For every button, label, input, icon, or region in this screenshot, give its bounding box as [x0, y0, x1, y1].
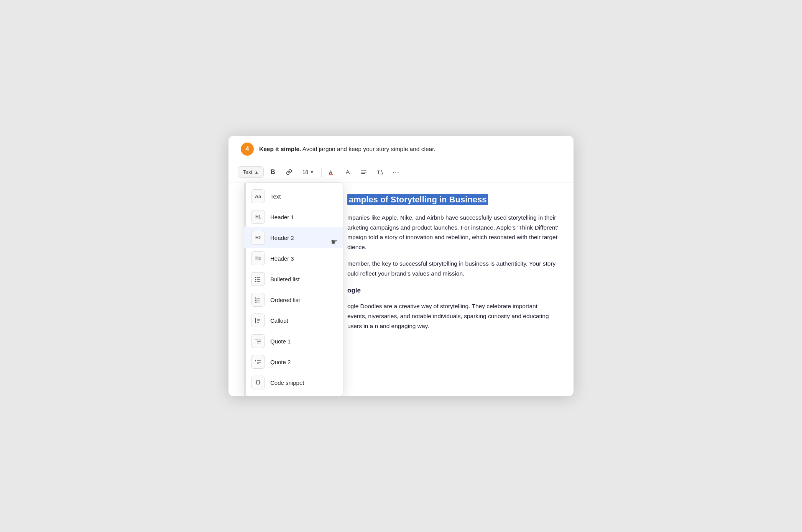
- tip-badge: 4: [241, 143, 254, 156]
- app-window: 4 Keep it simple. Avoid jargon and keep …: [228, 136, 574, 396]
- dropdown-callout-label: Callout: [270, 317, 288, 324]
- editor-content: amples of Storytelling in Business mpani…: [347, 193, 558, 371]
- highlight-icon: [344, 169, 351, 176]
- dropdown-item-code[interactable]: {} Code snippet: [244, 372, 343, 393]
- svg-text:3.: 3.: [255, 300, 257, 303]
- quote1-svg: ": [254, 337, 262, 345]
- dropdown-ordered-label: Ordered list: [270, 297, 300, 303]
- more-button[interactable]: ···: [389, 165, 403, 179]
- dropdown-item-callout[interactable]: Callout: [244, 310, 343, 331]
- tip-bold: Keep it simple.: [259, 146, 301, 152]
- svg-point-9: [255, 277, 256, 278]
- bold-button[interactable]: B: [266, 165, 280, 179]
- svg-point-13: [255, 281, 256, 282]
- dropdown-item-header2[interactable]: H2 Header 2 ☛: [244, 227, 343, 248]
- toolbar: Text ▲ B 18 ▼ A: [228, 162, 574, 182]
- callout-svg: [254, 317, 262, 324]
- clear-format-icon: T: [376, 169, 383, 176]
- highlighted-text: amples of Storytelling in Business: [347, 194, 488, 205]
- highlight-button[interactable]: [341, 165, 355, 179]
- quote2-svg: ': [254, 358, 262, 366]
- link-button[interactable]: [282, 165, 296, 179]
- dropdown-code-label: Code snippet: [270, 379, 304, 386]
- dropdown-quote1-label: Quote 1: [270, 338, 291, 345]
- font-color-icon: A: [328, 169, 335, 176]
- dropdown-header3-label: Header 3: [270, 255, 294, 262]
- dropdown-item-ordered-list[interactable]: 1. 2. 3. Ordered list: [244, 289, 343, 310]
- ordered-list-icon: 1. 2. 3.: [251, 293, 265, 307]
- clear-format-button[interactable]: T: [373, 165, 387, 179]
- quote2-icon: ': [251, 355, 265, 369]
- text-type-button[interactable]: Text ▲: [238, 166, 264, 178]
- svg-text:': ': [255, 359, 256, 365]
- header3-icon: H3: [251, 251, 265, 265]
- dropdown-item-quote2[interactable]: ' Quote 2: [244, 351, 343, 372]
- dropdown-bulleted-label: Bulleted list: [270, 276, 300, 282]
- chevron-down-icon: ▲: [255, 170, 259, 174]
- font-size-button[interactable]: 18 ▼: [298, 166, 318, 178]
- ordered-list-svg: 1. 2. 3.: [254, 296, 262, 304]
- dropdown-item-bulleted-list[interactable]: Bulleted list: [244, 269, 343, 289]
- dropdown-header2-label: Header 2: [270, 235, 294, 241]
- dropdown-panel: Aa Text H1 Header 1 H2 Header 2 ☛ H3 Hea…: [244, 182, 343, 396]
- text-icon: Aa: [251, 189, 265, 203]
- svg-rect-1: [329, 174, 333, 175]
- dropdown-quote2-label: Quote 2: [270, 359, 291, 365]
- code-icon: {}: [251, 376, 265, 389]
- font-size-chevron-icon: ▼: [310, 170, 314, 174]
- editor-paragraph-1: mpanies like Apple, Nike, and Airbnb hav…: [347, 213, 558, 252]
- content-area: Aa Text H1 Header 1 H2 Header 2 ☛ H3 Hea…: [228, 182, 574, 382]
- editor-paragraph-2: member, the key to successful storytelli…: [347, 259, 558, 278]
- dropdown-accent: [244, 183, 246, 396]
- text-type-label: Text: [243, 169, 253, 175]
- align-button[interactable]: [357, 165, 371, 179]
- header1-icon: H1: [251, 210, 265, 224]
- cursor-hand-icon: ☛: [331, 237, 338, 246]
- font-size-value: 18: [302, 169, 309, 175]
- link-icon: [286, 169, 293, 176]
- dropdown-header1-label: Header 1: [270, 214, 294, 220]
- svg-point-11: [255, 279, 256, 280]
- editor-paragraph-3: ogle Doodles are a creative way of story…: [347, 301, 558, 331]
- tip-text: Keep it simple. Avoid jargon and keep yo…: [259, 145, 436, 153]
- svg-text:T: T: [377, 169, 380, 174]
- quote1-icon: ": [251, 334, 265, 348]
- bulleted-list-icon: [251, 272, 265, 286]
- bulleted-list-svg: [254, 275, 262, 283]
- svg-text:A: A: [329, 170, 332, 175]
- align-icon: [360, 169, 367, 176]
- svg-line-7: [381, 170, 383, 174]
- tip-bar: 4 Keep it simple. Avoid jargon and keep …: [228, 136, 574, 162]
- toolbar-separator-1: [321, 167, 322, 177]
- dropdown-item-text[interactable]: Aa Text: [244, 186, 343, 207]
- header2-icon: H2: [251, 231, 265, 245]
- dropdown-text-label: Text: [270, 193, 281, 200]
- tip-rest: Avoid jargon and keep your story simple …: [301, 146, 435, 152]
- font-color-button[interactable]: A: [325, 165, 339, 179]
- svg-rect-21: [255, 318, 256, 323]
- dropdown-item-header3[interactable]: H3 Header 3: [244, 248, 343, 269]
- callout-icon: [251, 314, 265, 327]
- editor-subheading: ogle: [347, 287, 558, 294]
- dropdown-item-header1[interactable]: H1 Header 1: [244, 207, 343, 227]
- dropdown-item-quote1[interactable]: " Quote 1: [244, 331, 343, 351]
- editor-heading-highlighted: amples of Storytelling in Business: [347, 193, 558, 206]
